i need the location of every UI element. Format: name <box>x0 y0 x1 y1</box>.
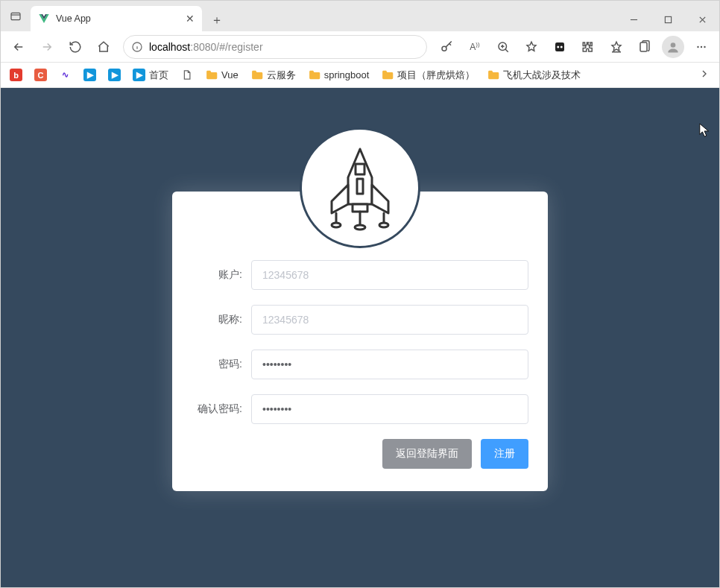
bookmark-app-icon: C <box>34 69 47 81</box>
register-button[interactable]: 注册 <box>481 439 528 469</box>
window-maximize-button[interactable] <box>651 7 685 31</box>
svg-point-31 <box>355 225 365 230</box>
folder-icon <box>205 69 218 81</box>
bookmark-item-8[interactable]: 云服务 <box>247 66 299 84</box>
page-content: 账户: 昵称: 密码: 确认密码: 返回登陆界面 注册 <box>1 88 719 587</box>
bookmark-item-9[interactable]: springboot <box>305 66 373 83</box>
label-confirm-password: 确认密码: <box>192 402 251 416</box>
mouse-cursor-icon <box>698 122 712 141</box>
input-account[interactable] <box>251 260 528 290</box>
zoom-icon[interactable] <box>490 34 517 60</box>
spaceship-icon <box>315 143 405 233</box>
nav-forward-button[interactable] <box>34 34 60 60</box>
site-info-icon[interactable] <box>131 41 143 53</box>
svg-point-29 <box>332 223 341 227</box>
svg-rect-3 <box>665 16 671 22</box>
collections-icon[interactable] <box>631 34 658 60</box>
label-account: 账户: <box>192 268 251 282</box>
bookmarks-overflow-icon[interactable] <box>695 65 713 85</box>
window-close-button[interactable] <box>685 7 719 31</box>
folder-icon <box>250 69 263 81</box>
svg-rect-14 <box>555 42 564 51</box>
input-confirm-password[interactable] <box>251 394 528 424</box>
register-avatar <box>300 127 420 248</box>
bookmark-app-icon: ∿ <box>59 69 72 81</box>
svg-point-20 <box>697 45 698 47</box>
svg-point-19 <box>671 42 676 48</box>
field-nickname: 昵称: <box>192 305 528 335</box>
nav-reload-button[interactable] <box>62 34 89 60</box>
vue-logo-icon <box>38 13 50 25</box>
browser-toolbar: localhost:8080/#/register A)) <box>1 31 719 63</box>
bookmark-label: 飞机大战涉及技术 <box>503 69 581 82</box>
bookmark-label: Vue <box>221 69 239 80</box>
bookmarks-bar: bC∿▶▶▶首页Vue云服务springboot项目（胖虎烘焙）飞机大战涉及技术 <box>1 63 719 88</box>
field-account: 账户: <box>192 260 528 290</box>
bookmark-item-0[interactable]: b <box>7 66 25 83</box>
extensions-puzzle-icon[interactable] <box>575 34 601 60</box>
nav-back-button[interactable] <box>5 34 32 60</box>
browser-tab-active[interactable]: Vue App ✕ <box>31 6 202 31</box>
bookmark-label: 项目（胖虎烘焙） <box>397 69 475 82</box>
url-text: localhost:8080/#/register <box>149 41 419 53</box>
form-actions: 返回登陆界面 注册 <box>192 439 528 469</box>
svg-line-11 <box>505 49 508 52</box>
bookmark-label: 云服务 <box>267 69 296 82</box>
folder-icon <box>487 69 499 81</box>
bookmark-app-icon: b <box>10 69 22 81</box>
svg-point-30 <box>379 223 388 227</box>
bookmark-item-2[interactable]: ∿ <box>56 66 75 83</box>
bookmark-app-icon: ▶ <box>83 69 96 81</box>
password-key-icon[interactable] <box>433 34 460 60</box>
window-controls <box>616 7 719 31</box>
nav-home-button[interactable] <box>90 34 117 60</box>
profile-button[interactable] <box>660 34 686 60</box>
page-icon <box>180 69 193 81</box>
window-minimize-button[interactable] <box>616 7 651 31</box>
field-password: 密码: <box>192 350 528 379</box>
svg-rect-24 <box>357 179 363 194</box>
input-nickname[interactable] <box>251 305 528 335</box>
bookmark-item-5[interactable]: ▶首页 <box>130 66 171 84</box>
label-password: 密码: <box>192 358 251 371</box>
bookmark-item-6[interactable] <box>177 66 196 83</box>
svg-rect-0 <box>11 13 20 19</box>
bookmark-app-icon: ▶ <box>108 69 121 81</box>
read-aloud-icon[interactable]: A)) <box>461 34 488 60</box>
svg-rect-23 <box>356 164 364 174</box>
title-bar: Vue App ✕ ＋ <box>1 1 719 31</box>
bookmark-item-3[interactable]: ▶ <box>80 66 99 83</box>
menu-more-icon[interactable] <box>688 34 715 60</box>
field-confirm-password: 确认密码: <box>192 394 528 424</box>
tab-title: Vue App <box>56 13 180 24</box>
extension-bitwarden-icon[interactable] <box>546 34 573 60</box>
bookmark-app-icon: ▶ <box>133 69 145 81</box>
bookmark-item-1[interactable]: C <box>31 66 50 83</box>
close-tab-icon[interactable]: ✕ <box>186 13 195 24</box>
svg-point-15 <box>557 45 559 48</box>
favorites-bar-icon[interactable] <box>603 34 630 60</box>
bookmark-item-4[interactable]: ▶ <box>105 66 124 83</box>
browser-window: Vue App ✕ ＋ localhost:8080/#/register A)… <box>0 0 720 588</box>
register-card: 账户: 昵称: 密码: 确认密码: 返回登陆界面 注册 <box>172 192 548 491</box>
folder-icon <box>308 69 320 81</box>
bookmark-item-10[interactable]: 项目（胖虎烘焙） <box>378 66 478 84</box>
label-nickname: 昵称: <box>192 313 251 326</box>
bookmark-label: 首页 <box>149 69 168 82</box>
favorites-star-icon[interactable] <box>518 34 545 60</box>
bookmark-label: springboot <box>324 69 370 80</box>
svg-point-16 <box>560 45 563 48</box>
svg-rect-18 <box>640 42 647 51</box>
bookmark-item-11[interactable]: 飞机大战涉及技术 <box>484 66 584 84</box>
folder-icon <box>381 69 394 81</box>
profile-avatar-icon <box>662 36 684 58</box>
new-tab-button[interactable]: ＋ <box>206 9 228 31</box>
bookmark-item-7[interactable]: Vue <box>202 66 241 83</box>
svg-point-22 <box>704 45 705 47</box>
return-login-button[interactable]: 返回登陆界面 <box>382 439 472 469</box>
svg-point-21 <box>701 45 702 47</box>
input-password[interactable] <box>251 350 528 379</box>
address-bar[interactable]: localhost:8080/#/register <box>123 35 427 59</box>
tab-actions-icon[interactable] <box>1 1 31 31</box>
